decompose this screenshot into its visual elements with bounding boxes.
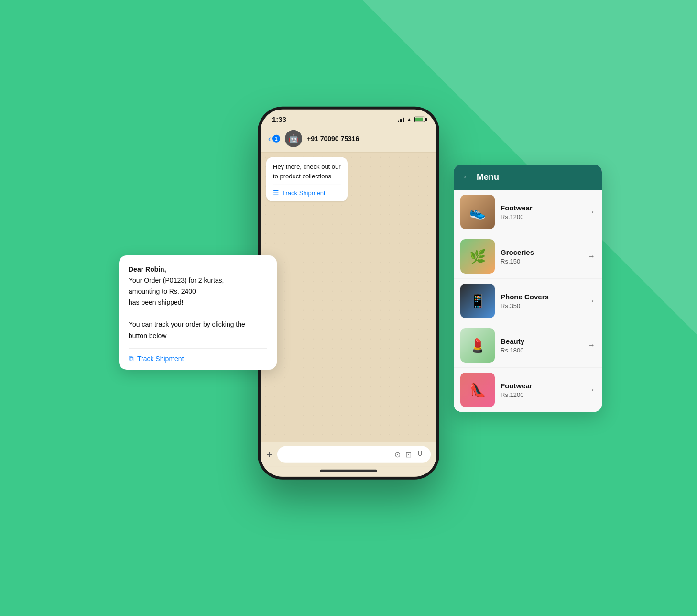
whatsapp-header: ‹ 1 🤖 +91 70090 75316: [261, 126, 436, 153]
phone-covers-info: Phone Covers Rs.350: [501, 293, 582, 309]
phone-inner: 1:33 ▲ ‹ 1 🤖: [261, 110, 436, 477]
footwear2-arrow-icon: →: [588, 385, 595, 394]
shipped-line: has been shipped!: [129, 298, 183, 306]
phone-covers-icon: 📱: [469, 293, 486, 309]
order-line: Your Order (P0123) for 2 kurtas,: [129, 276, 224, 284]
scene: 1:33 ▲ ‹ 1 🤖: [133, 69, 564, 547]
back-badge: 1: [272, 135, 280, 143]
footwear2-info: Footwear Rs.1200: [501, 382, 582, 398]
contact-name: +91 70090 75316: [307, 135, 359, 143]
home-bar: [320, 470, 377, 472]
phone-covers-thumbnail: 📱: [460, 284, 495, 318]
groceries-thumbnail: 🌿: [460, 239, 495, 274]
menu-item-footwear[interactable]: 👟 Footwear Rs.1200 →: [454, 190, 602, 234]
beauty-name: Beauty: [501, 337, 582, 345]
mic-icon[interactable]: 🎙: [416, 450, 424, 459]
footwear-arrow-icon: →: [588, 208, 595, 216]
track-instruction-2: button below: [129, 332, 166, 340]
beauty-icon: 💄: [469, 338, 486, 353]
phone-shell: 1:33 ▲ ‹ 1 🤖: [258, 107, 439, 480]
beauty-info: Beauty Rs.1800: [501, 337, 582, 354]
status-icons: ▲: [398, 116, 425, 122]
menu-item-beauty[interactable]: 💄 Beauty Rs.1800 →: [454, 323, 602, 368]
beauty-thumbnail: 💄: [460, 328, 495, 363]
card-track-label: Track Shipment: [137, 355, 184, 363]
menu-item-footwear2[interactable]: 👠 Footwear Rs.1200 →: [454, 368, 602, 412]
plus-icon[interactable]: +: [266, 448, 272, 461]
footwear-name: Footwear: [501, 204, 582, 212]
footwear-thumbnail: 👟: [460, 195, 495, 229]
bubble-1-action-label: Track Shipment: [282, 189, 326, 196]
groceries-info: Groceries Rs.150: [501, 248, 582, 265]
groceries-price: Rs.150: [501, 258, 582, 265]
phone-covers-price: Rs.350: [501, 302, 582, 309]
footwear2-name: Footwear: [501, 382, 582, 390]
phone-covers-name: Phone Covers: [501, 293, 582, 301]
camera-icon[interactable]: ⊡: [405, 450, 412, 459]
menu-item-groceries[interactable]: 🌿 Groceries Rs.150 →: [454, 234, 602, 279]
sticker-icon[interactable]: ⊙: [394, 450, 401, 459]
dear-robin: Dear Robin,: [129, 265, 166, 273]
contact-avatar: 🤖: [285, 130, 302, 147]
list-icon: ☰: [273, 189, 279, 197]
footwear2-price: Rs.1200: [501, 391, 582, 398]
phone-covers-arrow-icon: →: [588, 297, 595, 305]
beauty-price: Rs.1800: [501, 347, 582, 354]
groceries-arrow-icon: →: [588, 252, 595, 261]
footwear2-thumbnail: 👠: [460, 373, 495, 407]
amount-line: amounting to Rs. 2400: [129, 287, 196, 295]
menu-back-icon[interactable]: ←: [462, 172, 471, 182]
menu-header: ← Menu: [454, 165, 602, 190]
footwear-icon: 👟: [469, 204, 486, 220]
battery-icon: [414, 116, 425, 122]
footwear2-icon: 👠: [469, 382, 486, 398]
footwear-price: Rs.1200: [501, 213, 582, 220]
home-indicator: [261, 467, 436, 477]
card-track-action[interactable]: ⧉ Track Shipment: [129, 348, 267, 363]
footwear-info: Footwear Rs.1200: [501, 204, 582, 220]
bot-icon: 🤖: [288, 133, 299, 144]
bubble-1-text: Hey there, check out ourto product colle…: [273, 162, 341, 181]
message-input[interactable]: ⊙ ⊡ 🎙: [277, 446, 431, 463]
chat-bubble-1: Hey there, check out ourto product colle…: [266, 157, 348, 201]
back-button[interactable]: ‹ 1: [268, 133, 280, 143]
bubble-1-action[interactable]: ☰ Track Shipment: [273, 185, 341, 197]
chat-area: Hey there, check out ourto product colle…: [261, 153, 436, 442]
menu-panel: ← Menu 👟 Footwear Rs.1200 → 🌿 Groceries …: [454, 165, 602, 412]
menu-title: Menu: [477, 172, 499, 182]
status-bar: 1:33 ▲: [261, 110, 436, 126]
input-icons: ⊙ ⊡ 🎙: [394, 450, 424, 459]
back-chevron-icon: ‹: [268, 133, 271, 143]
beauty-arrow-icon: →: [588, 341, 595, 350]
wifi-icon: ▲: [406, 116, 412, 122]
menu-item-phone-covers[interactable]: 📱 Phone Covers Rs.350 →: [454, 279, 602, 323]
status-time: 1:33: [272, 115, 286, 123]
floating-order-card: Dear Robin, Your Order (P0123) for 2 kur…: [119, 255, 277, 370]
groceries-icon: 🌿: [469, 249, 486, 264]
signal-icon: [398, 116, 404, 122]
external-link-icon: ⧉: [129, 354, 134, 363]
input-bar: + ⊙ ⊡ 🎙: [261, 442, 436, 467]
order-card-text: Dear Robin, Your Order (P0123) for 2 kur…: [129, 264, 267, 341]
track-instruction-1: You can track your order by clicking the: [129, 320, 245, 328]
groceries-name: Groceries: [501, 248, 582, 256]
